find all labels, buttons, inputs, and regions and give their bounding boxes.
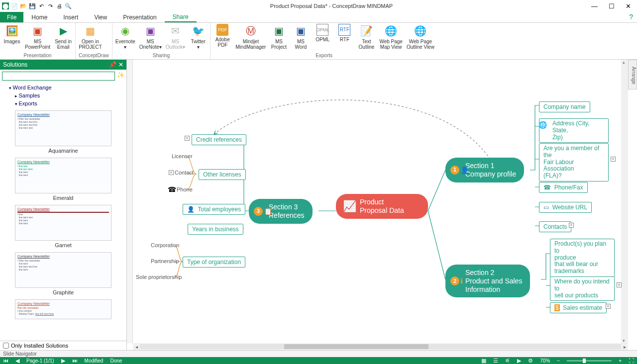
canvas[interactable]: Arrange 📈 Product Proposal D	[127, 60, 637, 350]
view-mode-icon[interactable]: ▦	[481, 358, 486, 364]
node-where-sell[interactable]: Where do you intend to sell our products	[550, 276, 615, 301]
leaf-partnership[interactable]: Partnership	[151, 258, 179, 264]
pin-icon[interactable]: 📌	[109, 61, 116, 68]
node-section2[interactable]: 2 ℹ Section 2 Product and Sales Informat…	[445, 265, 530, 297]
help-icon[interactable]: ?	[629, 13, 633, 21]
node-total-employees[interactable]: 👤 Total employees	[183, 204, 245, 215]
ribbon-group-label: Sharing	[115, 53, 208, 59]
tab-home[interactable]: Home	[23, 12, 55, 22]
thumb-aquamarine[interactable]: Company Newsletter• Plan the newsletter …	[15, 110, 111, 154]
thumb-garnet[interactable]: Company Newsletter• line line item text …	[15, 205, 111, 248]
status-modified: Modified	[85, 358, 104, 364]
node-company-name[interactable]: Company name	[539, 101, 590, 112]
node-phonefax[interactable]: ☎ Phone/Fax	[539, 182, 588, 193]
expander[interactable]: +	[606, 304, 611, 309]
node-section3[interactable]: 3 📋 Section 3 References	[249, 199, 313, 224]
search-input[interactable]	[2, 72, 115, 81]
tab-share[interactable]: Share	[165, 12, 197, 22]
solutions-thumbs: Company Newsletter• Plan the newsletter …	[0, 108, 126, 341]
play-icon[interactable]: ▶	[517, 358, 521, 364]
ribbon-onenote[interactable]: ▣MSOneNote▾	[139, 24, 162, 53]
node-website[interactable]: ▭ Website URL	[539, 202, 592, 213]
leaf-corporation[interactable]: Corporation	[151, 242, 179, 248]
ribbon-evernote[interactable]: ◉Evernote▾	[115, 24, 135, 53]
next-page-icon[interactable]: ▶	[61, 358, 65, 364]
node-contacts[interactable]: Contacts	[539, 221, 571, 232]
node-products[interactable]: Product(s) you plan to produce that will…	[550, 239, 615, 277]
ribbon-mindmanager[interactable]: ⓂMindjetMindManager	[235, 24, 266, 53]
last-page-icon[interactable]: ⏭	[72, 358, 78, 364]
node-org-type[interactable]: Type of organization	[183, 257, 245, 268]
tree-samples[interactable]: Samples	[4, 91, 122, 99]
tab-insert[interactable]: Insert	[55, 12, 86, 22]
tab-presentation[interactable]: Presentation	[115, 12, 164, 22]
ribbon-text-outline[interactable]: 📝TextOutline	[357, 24, 375, 53]
ribbon-webpage-outline[interactable]: 🌐Web PageOutline View	[407, 24, 434, 53]
thumb-next[interactable]: Company NewsletterPlan the newsletter• l…	[15, 299, 111, 319]
node-years-business[interactable]: Years in business	[188, 224, 243, 235]
ribbon-webpage-map[interactable]: 🌐Web PageMap View	[379, 24, 403, 53]
save-icon[interactable]: 💾	[29, 2, 36, 9]
expander[interactable]: +	[569, 223, 574, 228]
print-icon[interactable]: 🖨	[56, 2, 63, 9]
thumb-graphite[interactable]: Company Newsletter• Plan the newsletter …	[15, 252, 111, 295]
search-wand-icon[interactable]: ✨	[117, 72, 124, 81]
node-other-licenses[interactable]: Other licenses	[199, 169, 246, 180]
ribbon-twitter[interactable]: 🐦Twitter▾	[189, 24, 207, 53]
leaf-contact[interactable]: Contact	[175, 170, 194, 176]
maximize-button[interactable]: ☐	[609, 2, 615, 10]
ribbon-pdf[interactable]: PDFAdobePDF	[213, 24, 231, 53]
leaf-phone[interactable]: Phone	[177, 186, 193, 192]
ribbon-open-project[interactable]: ▦Open inPROJECT	[79, 24, 102, 53]
horizontal-scrollbar[interactable]: ◂▸	[133, 343, 628, 350]
slide-navigator-bar[interactable]: Slide Navigator	[0, 350, 637, 357]
node-credit-refs[interactable]: Credit references	[192, 134, 246, 145]
expander[interactable]: +	[185, 136, 190, 141]
zoom-slider[interactable]	[567, 360, 612, 362]
only-installed-checkbox[interactable]	[3, 343, 9, 349]
open-icon[interactable]: 📂	[20, 2, 27, 9]
minimize-button[interactable]: —	[591, 2, 598, 10]
expander[interactable]: +	[169, 170, 174, 175]
ribbon-group-label: Presentation	[3, 53, 72, 59]
preview-icon[interactable]: 🔍	[65, 2, 72, 9]
redo-icon[interactable]: ↷	[47, 2, 54, 9]
ribbon-rtf[interactable]: RTFRTF	[335, 24, 353, 53]
node-address[interactable]: 🌐 Address (City, State, Zip)	[539, 118, 609, 143]
ribbon-msproject[interactable]: ▣MSProject	[270, 24, 288, 53]
ribbon-send-email[interactable]: ▶Send inEmail	[54, 24, 72, 53]
ribbon-opml[interactable]: OPMLOPML	[314, 24, 331, 53]
tree-word-exchange[interactable]: Word Exchange	[4, 84, 122, 91]
share-icon[interactable]: ⚟	[505, 358, 510, 364]
expander[interactable]: +	[611, 157, 616, 162]
settings-icon[interactable]: ⚙	[528, 358, 533, 364]
tree-exports[interactable]: Exports	[4, 99, 122, 107]
zoom-out-icon[interactable]: −	[557, 358, 560, 364]
thumb-emerald[interactable]: Company Newsletter• line text line text …	[15, 158, 111, 201]
outline-icon[interactable]: ☰	[493, 358, 498, 364]
new-icon[interactable]: 📄	[11, 2, 18, 9]
node-section1[interactable]: 1 👤 Section 1 Company profile	[445, 158, 524, 182]
node-sales-estimate[interactable]: $ Sales estimate	[550, 302, 607, 313]
fit-icon[interactable]: ⛶	[629, 358, 634, 364]
ribbon-images[interactable]: 🖼️Images	[3, 24, 21, 53]
tab-view[interactable]: View	[86, 12, 115, 22]
leaf-sole[interactable]: Sole proprietorship	[136, 274, 182, 280]
leaf-licenser[interactable]: Licenser	[172, 153, 193, 159]
node-fla[interactable]: Are you a member of the Fair Labour Asso…	[539, 143, 609, 182]
zoom-in-icon[interactable]: +	[619, 358, 622, 364]
ribbon-outlook[interactable]: ✉MSOutlook▾	[166, 24, 185, 53]
ribbon-msword[interactable]: ▣MSWord	[292, 24, 310, 53]
node-center[interactable]: 📈 Product Proposal Data	[336, 194, 428, 219]
close-panel-icon[interactable]: ✕	[118, 61, 123, 68]
close-button[interactable]: ✕	[626, 2, 631, 10]
undo-icon[interactable]: ↶	[38, 2, 45, 9]
file-menu[interactable]: File	[0, 12, 23, 22]
node-section1-label: Section 1 Company profile	[465, 162, 516, 178]
expander[interactable]: +	[617, 282, 622, 287]
prev-page-icon[interactable]: ◀	[15, 358, 19, 364]
app-icon: ⬤	[2, 2, 9, 9]
ribbon-powerpoint[interactable]: ▣MSPowerPoint	[25, 24, 50, 53]
first-page-icon[interactable]: ⏮	[3, 358, 8, 364]
zoom-level: 70%	[540, 358, 550, 364]
